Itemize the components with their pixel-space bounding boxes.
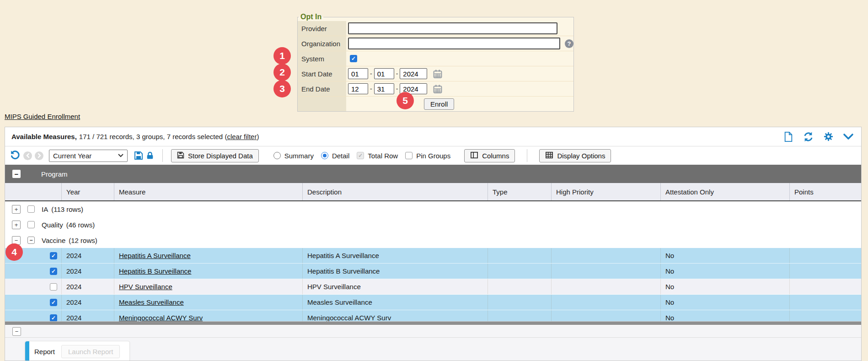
group-label: Quality (42, 221, 63, 229)
collapse-program-icon[interactable] (12, 170, 21, 178)
expand-icon[interactable] (12, 205, 21, 214)
undo-icon[interactable] (10, 150, 21, 162)
cell-type (488, 264, 551, 279)
date-separator: - (396, 70, 398, 77)
start-date-row: Start Date - - (298, 66, 573, 81)
enroll-row: Enroll (298, 97, 573, 111)
group-label: Vaccine (42, 237, 65, 244)
group-checkbox[interactable] (27, 205, 35, 213)
measure-link[interactable]: HPV Surveillance (119, 283, 172, 291)
group-count: (12 rows) (69, 237, 97, 244)
provider-input[interactable] (348, 22, 557, 34)
total-row-checkbox[interactable] (357, 152, 364, 159)
cell-type (488, 310, 551, 321)
end-date-row: End Date - - (298, 81, 573, 97)
cell-attestation-only: No (660, 264, 789, 279)
chevron-down-icon (118, 154, 123, 157)
enroll-button[interactable]: Enroll (424, 98, 454, 110)
group-row-vaccine[interactable]: Vaccine (12 rows) (5, 232, 861, 248)
measure-link[interactable]: Measles Surveillance (119, 298, 184, 306)
report-card-accent (25, 341, 29, 361)
table-row[interactable]: 2024 Hepatitis A Surveillance Hepatitis … (5, 248, 861, 264)
header-spacer (5, 183, 61, 200)
calendar-icon[interactable] (433, 69, 443, 79)
start-month-input[interactable] (348, 68, 368, 79)
launch-report-button[interactable]: Launch Report (61, 345, 120, 358)
system-checkbox[interactable] (350, 55, 357, 62)
help-icon[interactable]: ? (565, 39, 573, 48)
store-displayed-data-button[interactable]: Store Displayed Data (171, 149, 259, 162)
header-year[interactable]: Year (61, 183, 114, 200)
organization-input[interactable] (348, 38, 560, 49)
horizontal-scrollbar[interactable] (5, 321, 861, 325)
system-label: System (298, 51, 346, 66)
start-year-input[interactable] (400, 68, 427, 79)
row-checkbox[interactable] (50, 268, 57, 275)
cell-year: 2024 (61, 310, 114, 321)
cell-attestation-only: No (660, 248, 789, 263)
cell-description: Hepatitis A Surveillance (302, 248, 488, 263)
mips-guided-enrollment-link[interactable]: MIPS Guided Enrollment (5, 113, 80, 120)
end-day-input[interactable] (374, 83, 394, 94)
display-options-button[interactable]: Display Options (539, 149, 611, 162)
refresh-icon[interactable] (803, 131, 814, 142)
back-icon[interactable] (23, 151, 32, 160)
group-checkbox-indeterminate[interactable] (27, 237, 35, 244)
header-type[interactable]: Type (488, 183, 551, 200)
row-checkbox[interactable] (50, 299, 57, 306)
opt-in-legend: Opt In (299, 13, 323, 21)
cell-attestation-only: No (660, 279, 789, 294)
records-summary: 171 / 721 records, 3 groups, 7 records s… (79, 133, 227, 140)
panel-title: Available Measures, (11, 133, 77, 140)
clear-filter-link[interactable]: clear filter (227, 133, 257, 140)
opt-in-form: Opt In Provider Organization ? System St… (297, 13, 574, 112)
column-header-row: Year Measure Description Type High Prior… (5, 183, 861, 201)
measure-link[interactable]: Hepatitis A Surveillance (119, 252, 191, 259)
calendar-icon[interactable] (433, 84, 443, 94)
save-view-icon[interactable] (134, 151, 143, 160)
header-attestation-only[interactable]: Attestation Only (660, 183, 789, 200)
measure-link[interactable]: Meningococcal ACWY Surv (119, 314, 203, 321)
table-row[interactable]: 2024 Measles Surveillance Measles Survei… (5, 295, 861, 310)
cell-points (789, 248, 861, 263)
cell-points (789, 310, 861, 321)
step-badge-5: 5 (396, 92, 414, 109)
table-row[interactable]: 2024 HPV Surveillance HPV Surveillance N… (5, 279, 861, 295)
group-row-ia[interactable]: IA (113 rows) (5, 201, 861, 217)
step-badge-3: 3 (273, 80, 291, 97)
year-range-value: Current Year (53, 152, 91, 160)
program-band-label: Program (41, 170, 68, 178)
row-checkbox[interactable] (50, 314, 57, 322)
gear-icon[interactable] (823, 131, 834, 142)
group-row-quality[interactable]: Quality (46 rows) (5, 217, 861, 232)
row-checkbox[interactable] (50, 283, 57, 291)
collapse-panel-chevron-icon[interactable] (843, 133, 854, 141)
row-checkbox[interactable] (50, 252, 57, 259)
table-row[interactable]: 2024 Meningococcal ACWY Surv Meningococc… (5, 310, 861, 321)
summary-radio-label: Summary (284, 152, 314, 160)
header-points[interactable]: Points (789, 183, 861, 200)
table-row[interactable]: 2024 Hepatitis B Surveillance Hepatitis … (5, 264, 861, 279)
end-month-input[interactable] (348, 83, 368, 94)
date-separator: - (370, 85, 372, 92)
year-range-select[interactable]: Current Year (49, 150, 128, 162)
columns-button[interactable]: Columns (464, 149, 515, 162)
header-measure[interactable]: Measure (114, 183, 302, 200)
expand-icon[interactable] (12, 221, 21, 229)
lock-icon[interactable] (146, 151, 154, 160)
new-document-icon[interactable] (783, 131, 793, 142)
collapse-report-section-icon[interactable] (12, 327, 21, 336)
detail-radio[interactable] (321, 152, 328, 159)
header-high-priority[interactable]: High Priority (551, 183, 660, 200)
report-tab-label: Report (34, 348, 55, 356)
header-description[interactable]: Description (302, 183, 488, 200)
start-day-input[interactable] (374, 68, 394, 79)
system-row: System (298, 51, 573, 66)
forward-icon[interactable] (35, 151, 43, 160)
group-checkbox[interactable] (27, 221, 35, 228)
cell-description: Hepatitis B Surveillance (302, 264, 488, 279)
measure-link[interactable]: Hepatitis B Surveillance (119, 267, 191, 275)
pin-groups-checkbox[interactable] (405, 152, 413, 159)
cell-high-priority (551, 295, 660, 310)
summary-radio[interactable] (273, 152, 281, 159)
